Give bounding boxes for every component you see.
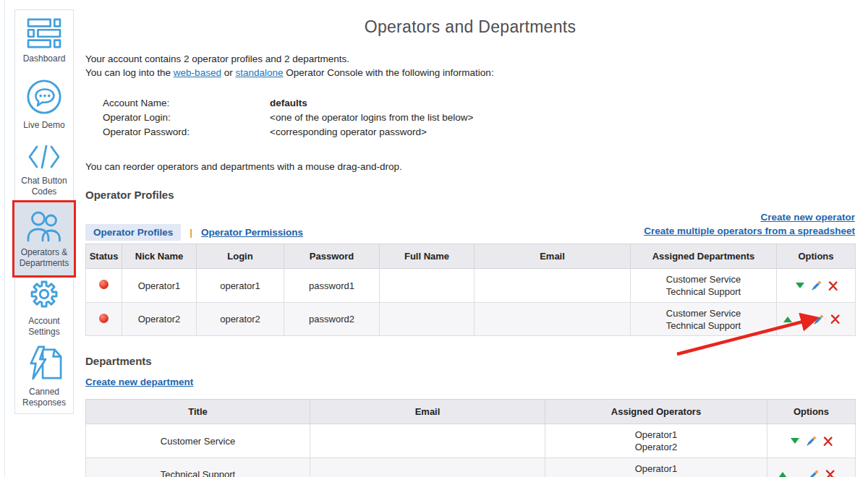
assigned-operators-cell: Operator1 Operator2 [545, 458, 767, 477]
delete-x-icon[interactable] [823, 437, 833, 446]
intro-or-text: or [221, 67, 236, 78]
edit-pencil-icon[interactable] [809, 470, 819, 477]
dashboard-icon [27, 18, 61, 48]
edit-pencil-icon[interactable] [812, 280, 822, 291]
login-cell: operator1 [197, 269, 284, 303]
create-operator-links: Create new operator Create multiple oper… [644, 210, 855, 238]
full-name-cell [380, 269, 475, 303]
edit-pencil-icon[interactable] [807, 436, 817, 446]
reorder-note: You can reorder operators and department… [85, 161, 855, 172]
credential-row: Operator Password: <corresponding operat… [103, 125, 855, 139]
intro-line-2-suffix: Operator Console with the following info… [283, 67, 493, 78]
departments-table: Title Email Assigned Operators Options C… [85, 399, 856, 477]
tab-operator-permissions[interactable]: Operator Permissions [201, 227, 303, 238]
department-email-cell [310, 424, 545, 458]
departments-table-header-row: Title Email Assigned Operators Options [86, 400, 856, 424]
account-settings-icon [27, 278, 61, 311]
col-login: Login [197, 244, 284, 269]
sidebar-item-label: Dashboard [23, 53, 66, 64]
sidebar-nav: Dashboard Live Demo [14, 9, 74, 414]
move-up-icon[interactable] [783, 316, 793, 323]
login-credentials: Account Name: defaults Operator Login: <… [103, 96, 855, 139]
operator-tabs-row: Operator Profiles | Operator Permissions… [85, 215, 855, 244]
col-options: Options [777, 244, 856, 269]
operator-table-header-row: Status Nick Name Login Password Full Nam… [86, 244, 856, 269]
col-nick-name: Nick Name [122, 244, 197, 269]
operator-login-label: Operator Login: [103, 111, 270, 125]
operators-departments-page: Dashboard Live Demo [0, 0, 868, 477]
delete-x-icon[interactable] [830, 314, 840, 324]
account-name-value: defaults [270, 96, 307, 111]
tab-operator-profiles[interactable]: Operator Profiles [85, 224, 181, 241]
canned-responses-icon [26, 344, 62, 382]
web-based-link[interactable]: web-based [174, 67, 221, 78]
assigned-operators-cell: Operator1 Operator2 [545, 424, 767, 458]
col-password: Password [284, 244, 380, 269]
password-cell: password2 [284, 303, 380, 336]
login-cell: operator2 [197, 303, 284, 336]
sidebar-item-label: Live Demo [23, 120, 64, 131]
password-cell: password1 [284, 269, 380, 303]
create-multiple-operators-link[interactable]: Create multiple operators from a spreads… [644, 224, 855, 238]
delete-x-icon[interactable] [825, 470, 835, 477]
email-cell [475, 269, 631, 303]
nick-name-cell: Operator2 [122, 303, 197, 336]
create-new-department-link[interactable]: Create new department [85, 377, 193, 387]
sidebar-item-label: Account Settings [17, 316, 72, 338]
status-online-icon [99, 280, 109, 289]
panel-edge-divider [4, 0, 5, 477]
intro-line-1: Your account contains 2 operator profile… [85, 53, 855, 66]
assigned-department: Technical Support [631, 285, 776, 298]
operator-profiles-heading: Operator Profiles [85, 189, 855, 201]
department-email-cell [310, 458, 545, 477]
operator-profiles-table: Status Nick Name Login Password Full Nam… [85, 244, 856, 336]
col-full-name: Full Name [380, 244, 475, 269]
departments-section: Departments Create new department Title … [85, 355, 855, 477]
sidebar-item-label: Operators & Departments [17, 247, 72, 269]
sidebar-item-label: Chat Button Codes [17, 176, 72, 197]
department-row[interactable]: Customer Service Operator1 Operator2 [86, 424, 856, 458]
assigned-departments-cell: Customer Service Technical Support [631, 303, 777, 336]
assigned-operator: Operator2 [545, 441, 767, 453]
live-demo-icon [26, 79, 62, 115]
delete-x-icon[interactable] [828, 281, 838, 291]
standalone-link[interactable]: standalone [235, 67, 283, 78]
move-up-icon[interactable] [778, 471, 788, 477]
email-cell [475, 303, 631, 336]
create-new-operator-link[interactable]: Create new operator [644, 210, 855, 224]
department-title-cell: Customer Service [86, 424, 310, 458]
operator-password-label: Operator Password: [103, 125, 270, 139]
departments-heading: Departments [85, 355, 855, 367]
intro-line-2: You can log into the web-based or standa… [85, 66, 855, 80]
sidebar-item-operators-departments[interactable]: Operators & Departments [15, 202, 73, 277]
operator-login-value: <one of the operator logins from the lis… [270, 111, 473, 125]
col-options: Options [767, 400, 856, 424]
main-content: Operators and Departments Your account c… [85, 0, 855, 477]
edit-pencil-icon[interactable] [814, 314, 824, 325]
department-title-cell: Technical Support [86, 458, 310, 477]
intro-text: Your account contains 2 operator profile… [85, 53, 855, 80]
assigned-operator: Operator2 [545, 475, 767, 477]
sidebar-item-canned-responses[interactable]: Canned Responses [15, 339, 73, 413]
full-name-cell [380, 303, 475, 336]
assigned-department: Customer Service [631, 307, 776, 319]
operator-tabs: Operator Profiles | Operator Permissions [85, 224, 303, 241]
credential-row: Operator Login: <one of the operator log… [103, 111, 855, 125]
operator-row[interactable]: Operator1 operator1 password1 Customer S… [86, 269, 856, 303]
move-down-icon[interactable] [795, 282, 805, 289]
sidebar-item-account-settings[interactable]: Account Settings [15, 276, 73, 339]
sidebar-item-dashboard[interactable]: Dashboard [15, 10, 73, 73]
chat-button-codes-icon [27, 143, 61, 171]
tab-separator: | [190, 227, 192, 238]
col-email: Email [475, 244, 631, 269]
operator-row[interactable]: Operator2 operator2 password2 Customer S… [86, 303, 856, 336]
operator-password-value: <corresponding operator password> [270, 125, 427, 139]
assigned-operator: Operator1 [545, 429, 767, 441]
credential-row: Account Name: defaults [103, 96, 855, 111]
department-row[interactable]: Technical Support Operator1 Operator2 [86, 458, 856, 477]
sidebar-item-live-demo[interactable]: Live Demo [15, 73, 73, 138]
move-down-icon[interactable] [790, 437, 800, 444]
intro-line-2-prefix: You can log into the [85, 67, 174, 78]
nick-name-cell: Operator1 [122, 269, 197, 303]
sidebar-item-chat-button-codes[interactable]: Chat Button Codes [15, 137, 73, 202]
